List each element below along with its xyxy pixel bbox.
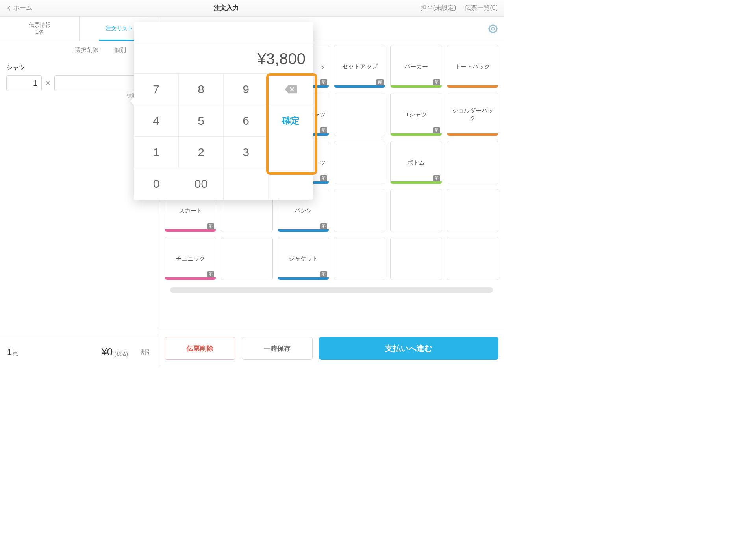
top-bar: ホーム 注文入力 担当(未設定) 伝票一覧(0) (0, 0, 504, 17)
page-title: 注文入力 (214, 4, 239, 12)
tab-slip-info[interactable]: 伝票情報 1名 (0, 17, 80, 41)
product-cell-empty (334, 93, 385, 136)
item-name: シャツ (6, 64, 152, 72)
category-badge: 部 (320, 175, 327, 181)
product-cell-empty (221, 237, 272, 280)
product-label: トートバック (455, 63, 490, 70)
numpad-key-9[interactable]: 9 (224, 74, 269, 105)
category-badge: 部 (376, 79, 384, 85)
numpad-key-7[interactable]: 7 (134, 74, 179, 105)
numpad-key-0[interactable]: 0 (134, 168, 179, 200)
product-cell-empty (390, 237, 442, 280)
gear-icon[interactable] (487, 23, 498, 34)
top-right-group: 担当(未設定) 伝票一覧(0) (421, 4, 498, 12)
numpad-grid: 7 8 9 4 5 6 確定 1 2 3 0 00 (134, 74, 313, 200)
discount-button[interactable]: 割引 (141, 349, 152, 356)
numpad-popover: ¥3,800 7 8 9 4 5 6 確定 1 2 3 0 00 (134, 22, 313, 200)
numpad-key-6[interactable]: 6 (224, 105, 269, 137)
product-cell-empty (390, 189, 442, 232)
quantity-input[interactable]: 1 (6, 75, 42, 91)
product-cell-empty (334, 237, 385, 280)
numpad-key-5[interactable]: 5 (179, 105, 224, 137)
product-label: ショルダーバック (450, 107, 495, 122)
delete-selection-button[interactable]: 選択削除 (75, 46, 98, 54)
product-cell[interactable]: ボトム部 (390, 141, 442, 184)
product-cell[interactable]: ジャケット部 (278, 237, 329, 280)
numpad-key-1[interactable]: 1 (134, 137, 179, 168)
product-label: ボトム (407, 159, 425, 166)
numpad-display: ¥3,800 (134, 44, 313, 74)
popover-arrow-icon (130, 96, 135, 106)
numpad-key-4[interactable]: 4 (134, 105, 179, 137)
product-label: ッ (320, 63, 326, 70)
product-label: パンツ (295, 207, 312, 214)
product-label: チュニック (176, 255, 205, 263)
proceed-payment-button[interactable]: 支払いへ進む (319, 337, 498, 360)
back-button[interactable]: ホーム (6, 4, 32, 12)
category-badge: 部 (320, 271, 327, 277)
product-cell-empty (447, 237, 498, 280)
product-cell-empty (334, 141, 385, 184)
staff-label[interactable]: 担当(未設定) (421, 4, 456, 12)
slips-label[interactable]: 伝票一覧(0) (465, 4, 498, 12)
tab-order-label: 注文リスト (106, 25, 133, 32)
tab-slip-sub: 1名 (35, 29, 43, 36)
total-price-value: ¥0 (101, 346, 113, 358)
product-label: ツ (320, 159, 326, 166)
color-stripe (334, 85, 385, 88)
left-footer: 1 点 ¥0 (税込) 割引 (0, 337, 159, 367)
product-label: ャツ (314, 111, 326, 118)
svg-point-10 (492, 27, 495, 30)
product-cell[interactable]: Tシャツ部 (390, 93, 442, 136)
product-label: Tシャツ (406, 111, 427, 118)
color-stripe (278, 229, 329, 232)
right-footer: 伝票削除 一時保存 支払いへ進む (159, 329, 504, 367)
product-label: パーカー (404, 63, 428, 70)
product-label: ジャケット (289, 255, 318, 263)
category-badge: 部 (207, 223, 214, 229)
numpad-backspace[interactable] (269, 74, 313, 105)
category-badge: 部 (320, 79, 327, 85)
back-label: ホーム (13, 4, 32, 12)
tab-slip-label: 伝票情報 (29, 22, 51, 29)
color-stripe (391, 133, 441, 136)
product-cell[interactable]: チュニック部 (165, 237, 216, 280)
total-price-unit: (税込) (114, 350, 128, 357)
item-count-unit: 点 (13, 350, 18, 357)
category-badge: 部 (207, 271, 214, 277)
product-cell-empty (447, 189, 498, 232)
color-stripe (165, 277, 216, 280)
individual-button[interactable]: 個別 (114, 46, 126, 54)
hold-button[interactable]: 一時保存 (242, 337, 313, 360)
item-count: 1 点 (7, 347, 18, 357)
delete-slip-button[interactable]: 伝票削除 (165, 337, 235, 360)
numpad-key-3[interactable]: 3 (224, 137, 269, 168)
product-cell-empty (447, 141, 498, 184)
total-price: ¥0 (税込) (101, 346, 128, 358)
product-cell[interactable]: パーカー部 (390, 45, 442, 88)
category-badge: 部 (320, 223, 327, 229)
color-stripe (278, 277, 329, 280)
category-badge: 部 (433, 127, 440, 133)
product-cell[interactable]: セットアップ部 (334, 45, 385, 88)
product-cell[interactable]: ショルダーバック (447, 93, 498, 136)
color-stripe (391, 85, 441, 88)
color-stripe (391, 181, 441, 184)
category-badge: 部 (433, 79, 440, 85)
product-label: セットアップ (342, 63, 378, 70)
product-label: スカート (179, 207, 202, 214)
category-badge: 部 (320, 127, 327, 133)
numpad-key-8[interactable]: 8 (179, 74, 224, 105)
color-stripe (447, 133, 498, 136)
numpad-key-00[interactable]: 00 (179, 168, 224, 200)
backspace-icon (284, 84, 298, 94)
product-cell-empty (334, 189, 385, 232)
horizontal-scrollbar[interactable] (170, 287, 493, 293)
multiply-icon: × (46, 79, 50, 88)
numpad-key-blank[interactable] (224, 168, 269, 200)
numpad-key-2[interactable]: 2 (179, 137, 224, 168)
product-cell[interactable]: トートバック (447, 45, 498, 88)
category-badge: 部 (433, 175, 440, 181)
color-stripe (447, 85, 498, 88)
numpad-confirm-button[interactable]: 確定 (269, 105, 313, 137)
